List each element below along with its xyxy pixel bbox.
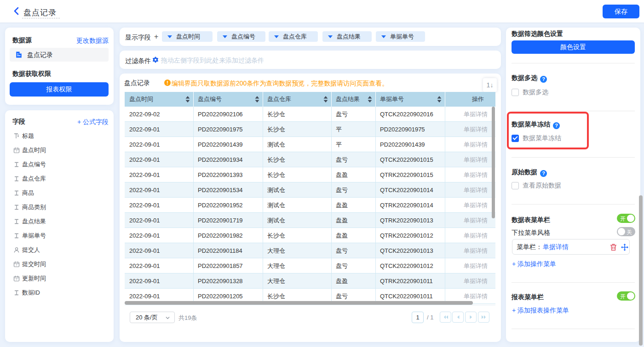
- svg-text:7: 7: [16, 278, 17, 281]
- svg-text:7: 7: [16, 264, 17, 267]
- svg-text:7: 7: [16, 150, 17, 153]
